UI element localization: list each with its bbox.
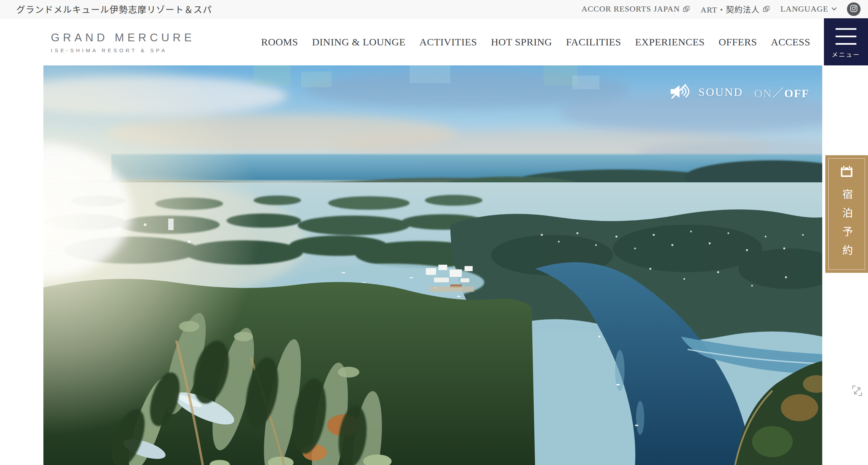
art-corporate-link[interactable]: ART・契約法人 xyxy=(701,3,770,15)
hamburger-icon xyxy=(835,28,856,45)
accor-resorts-japan-link[interactable]: ACCOR RESORTS JAPAN xyxy=(581,4,690,14)
sound-state: ON／OFF xyxy=(754,84,809,101)
nav-facilities[interactable]: FACILITIES xyxy=(566,36,621,48)
site-title: グランドメルキュール伊勢志摩リゾート＆スパ xyxy=(16,3,212,15)
menu-button-label: メニュー xyxy=(832,50,860,59)
instagram-icon xyxy=(850,4,858,14)
hotel-logo[interactable]: GRAND MERCURE ISE-SHIMA RESORT & SPA xyxy=(51,31,158,53)
external-link-icon xyxy=(683,6,690,13)
nav-offers[interactable]: OFFERS xyxy=(719,36,757,48)
nav-experiences[interactable]: EXPERIENCES xyxy=(635,36,705,48)
page: { "topbar": { "site_title": "グランドメルキュール伊… xyxy=(0,0,868,465)
chevron-down-icon xyxy=(831,7,837,11)
language-selector[interactable]: LANGUAGE xyxy=(781,4,837,14)
expand-icon xyxy=(851,393,863,399)
nav-access[interactable]: ACCESS xyxy=(771,36,810,48)
hero-video: SOUND ON／OFF xyxy=(43,65,822,465)
main-header: GRAND MERCURE ISE-SHIMA RESORT & SPA ROO… xyxy=(0,18,868,65)
calendar-icon xyxy=(840,165,853,179)
booking-button-label: 宿泊予約 xyxy=(842,189,852,263)
topbar-links: ACCOR RESORTS JAPAN ART・契約法人 LANGUAGE xyxy=(581,2,861,16)
speaker-muted-icon xyxy=(669,84,690,101)
sound-label: SOUND xyxy=(698,86,743,99)
nav-rooms[interactable]: ROOMS xyxy=(261,36,298,48)
nav-hot-spring[interactable]: HOT SPRING xyxy=(491,36,552,48)
menu-button[interactable]: メニュー xyxy=(824,18,868,65)
logo-title: GRAND MERCURE xyxy=(51,31,158,44)
top-utility-bar: グランドメルキュール伊勢志摩リゾート＆スパ ACCOR RESORTS JAPA… xyxy=(0,0,868,18)
accor-resorts-japan-label: ACCOR RESORTS JAPAN xyxy=(581,4,680,14)
language-label: LANGUAGE xyxy=(781,4,828,14)
art-corporate-label: ART・契約法人 xyxy=(701,3,760,15)
expand-fullscreen-button[interactable] xyxy=(851,384,863,398)
aerial-bay-scene xyxy=(43,65,822,465)
logo-subtitle: ISE-SHIMA RESORT & SPA xyxy=(51,47,158,53)
nav-dining-lounge[interactable]: DINING & LOUNGE xyxy=(312,36,406,48)
nav-activities[interactable]: ACTIVITIES xyxy=(419,36,477,48)
instagram-button[interactable] xyxy=(847,2,861,16)
main-navigation: ROOMS DINING & LOUNGE ACTIVITIES HOT SPR… xyxy=(261,18,810,65)
external-link-icon xyxy=(763,6,770,13)
sound-off-label[interactable]: OFF xyxy=(784,87,809,100)
sound-on-label[interactable]: ON xyxy=(754,87,772,100)
sound-separator: ／ xyxy=(772,87,784,100)
sound-toggle[interactable]: SOUND ON／OFF xyxy=(669,84,809,101)
booking-button[interactable]: 宿泊予約 xyxy=(825,155,868,273)
